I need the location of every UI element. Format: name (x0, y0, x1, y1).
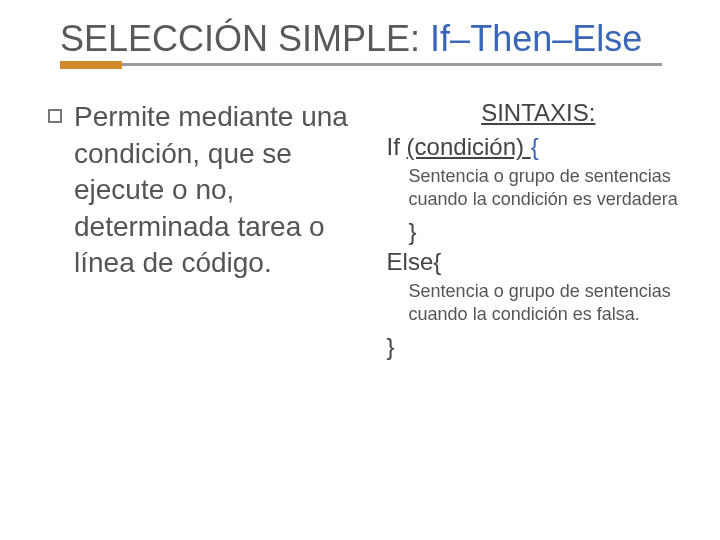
left-column: Permite mediante una condición, que se e… (48, 99, 367, 361)
title-underline (60, 61, 680, 69)
condition-text: (condición) (407, 133, 531, 160)
close-brace-1: } (387, 218, 690, 246)
false-branch-text: Sentencia o grupo de sentencias cuando l… (387, 280, 690, 325)
title-area: SELECCIÓN SIMPLE: If–Then–Else (0, 0, 720, 75)
if-line: If (condición) { (387, 133, 690, 161)
right-column: SINTAXIS: If (condición) { Sentencia o g… (387, 99, 690, 361)
open-brace: { (531, 133, 539, 160)
slide-title: SELECCIÓN SIMPLE: If–Then–Else (60, 18, 680, 59)
content-area: Permite mediante una condición, que se e… (0, 75, 720, 361)
title-part-dark: SELECCIÓN SIMPLE: (60, 18, 430, 59)
if-keyword: If (387, 133, 407, 160)
else-line: Else{ (387, 248, 690, 276)
underline-orange (60, 61, 122, 69)
close-brace-2: } (387, 333, 690, 361)
description-text: Permite mediante una condición, que se e… (74, 99, 367, 361)
true-branch-text: Sentencia o grupo de sentencias cuando l… (387, 165, 690, 210)
title-part-blue: If–Then–Else (430, 18, 642, 59)
bullet-square-icon (48, 109, 62, 123)
underline-gray (122, 63, 662, 66)
syntax-heading: SINTAXIS: (387, 99, 690, 127)
